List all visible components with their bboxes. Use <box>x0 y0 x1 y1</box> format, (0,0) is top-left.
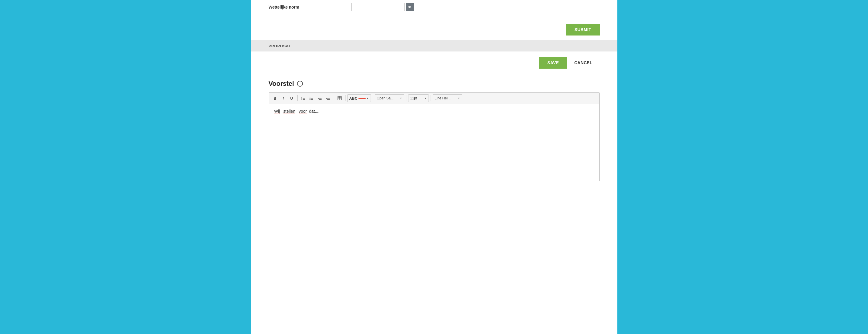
text-color-button[interactable]: ABC ▼ <box>347 94 371 102</box>
outdent-icon <box>318 96 322 100</box>
line-height-dropdown[interactable]: Line Hei... ▼ <box>433 94 462 102</box>
main-content: Wettelijke norm 31 SUBMIT PROPOSAL SAVE … <box>251 0 617 334</box>
editor-body[interactable]: Wij stellen voor dat.... <box>269 104 599 181</box>
bold-button[interactable]: B <box>271 94 279 102</box>
word-wij: Wij <box>274 109 280 114</box>
outdent-button[interactable] <box>316 94 323 102</box>
line-dropdown-arrow: ▼ <box>458 97 460 100</box>
color-dropdown-arrow: ▼ <box>367 97 369 100</box>
proposal-header: PROPOSAL <box>251 40 617 52</box>
toolbar-divider-2 <box>334 95 334 101</box>
editor-content: Wij stellen voor dat.... <box>274 109 319 114</box>
svg-point-8 <box>309 98 310 99</box>
svg-point-10 <box>309 99 310 100</box>
top-section: Wettelijke norm 31 <box>251 0 617 21</box>
italic-button[interactable]: I <box>280 94 287 102</box>
font-family-dropdown[interactable]: Open Sa... ▼ <box>375 94 404 102</box>
voorstel-title-row: Voorstel i <box>269 80 600 88</box>
word-stellen: stellen <box>283 109 295 114</box>
voorstel-title-text: Voorstel <box>269 80 294 88</box>
svg-marker-15 <box>318 98 318 99</box>
table-button[interactable] <box>336 94 343 102</box>
proposal-section-title: PROPOSAL <box>269 44 291 48</box>
svg-marker-19 <box>326 98 327 99</box>
toolbar-divider-1 <box>297 95 298 101</box>
toolbar-divider-4 <box>373 95 373 101</box>
page-wrapper: Wettelijke norm 31 SUBMIT PROPOSAL SAVE … <box>227 0 641 334</box>
color-indicator <box>359 98 366 99</box>
svg-text:3.: 3. <box>301 99 302 100</box>
font-size-dropdown[interactable]: 11pt ▼ <box>408 94 429 102</box>
svg-point-6 <box>309 97 310 98</box>
toolbar-divider-3 <box>345 95 345 101</box>
info-icon[interactable]: i <box>297 81 303 87</box>
action-bar: SAVE CANCEL <box>251 52 617 74</box>
voorstel-section: Voorstel i B I U 1. <box>251 74 617 193</box>
font-dropdown-arrow: ▼ <box>400 97 402 100</box>
ordered-list-button[interactable]: 1. 2. 3. <box>299 94 307 102</box>
indent-icon <box>326 96 330 100</box>
unordered-list-button[interactable] <box>308 94 315 102</box>
editor-container: B I U 1. 2. 3. <box>269 92 600 182</box>
editor-toolbar: B I U 1. 2. 3. <box>269 92 599 104</box>
size-dropdown-arrow: ▼ <box>424 97 427 100</box>
cancel-button[interactable]: CANCEL <box>567 57 599 68</box>
calendar-button[interactable]: 31 <box>406 3 414 11</box>
ordered-list-icon: 1. 2. 3. <box>301 96 305 100</box>
word-voor: voor <box>299 109 307 114</box>
indent-button[interactable] <box>324 94 332 102</box>
table-icon <box>338 96 342 100</box>
wettelijke-norm-label: Wettelijke norm <box>269 5 351 9</box>
submit-area: SUBMIT <box>251 21 617 40</box>
underline-button[interactable]: U <box>288 94 296 102</box>
toolbar-divider-6 <box>431 95 431 101</box>
date-input[interactable] <box>351 3 405 11</box>
save-button[interactable]: SAVE <box>539 57 567 68</box>
toolbar-divider-5 <box>406 95 406 101</box>
wettelijke-norm-row: Wettelijke norm 31 <box>269 3 600 11</box>
submit-button[interactable]: SUBMIT <box>566 24 600 35</box>
unordered-list-icon <box>309 96 314 100</box>
date-input-wrapper: 31 <box>351 3 414 11</box>
